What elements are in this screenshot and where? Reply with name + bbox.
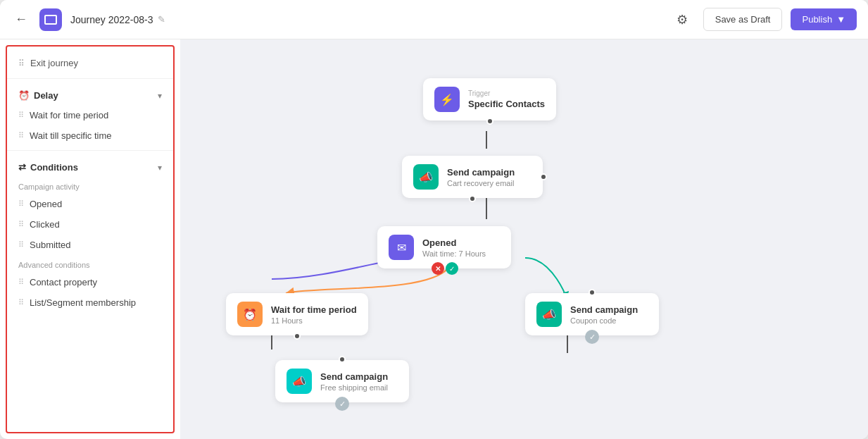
drag-icon-contact-prop: ⠿ bbox=[18, 278, 24, 287]
drag-icon-submitted: ⠿ bbox=[18, 240, 24, 249]
send-campaign-3-content: Send campaign Free shipping email bbox=[320, 371, 388, 392]
drag-icon-opened: ⠿ bbox=[18, 199, 24, 209]
trigger-label-small: Trigger bbox=[468, 89, 545, 97]
exit-journey-item[interactable]: ⠿ Exit journey bbox=[7, 52, 173, 74]
send-campaign-1-icon: 📣 bbox=[413, 164, 439, 190]
wait-period-content: Wait for time period 11 Hours bbox=[271, 304, 357, 325]
sidebar-item-opened[interactable]: ⠿ Opened bbox=[7, 194, 173, 214]
app-logo bbox=[39, 8, 62, 31]
send-campaign-3-subtitle: Free shipping email bbox=[320, 383, 388, 392]
send-campaign-1-subtitle: Cart recovery email bbox=[447, 179, 515, 187]
drag-icon-clicked: ⠿ bbox=[18, 220, 24, 229]
delay-title: ⏰ Delay bbox=[18, 90, 58, 101]
send-campaign-2-content: Send campaign Coupon code bbox=[570, 304, 638, 325]
opened-x-badge: ✕ bbox=[432, 262, 444, 275]
send-campaign-1-content: Send campaign Cart recovery email bbox=[447, 167, 515, 187]
journey-title: Journey 2022-08-3 ✎ bbox=[70, 14, 165, 25]
edit-title-icon[interactable]: ✎ bbox=[158, 14, 165, 25]
opened-icon: ✉ bbox=[389, 235, 414, 260]
send-campaign-1-title: Send campaign bbox=[447, 167, 515, 178]
journey-canvas[interactable]: ⚡ Trigger Specific Contacts 📣 Send campa… bbox=[180, 39, 868, 439]
sidebar-item-list-segment[interactable]: ⠿ List/Segment membership bbox=[7, 292, 173, 313]
header: ← Journey 2022-08-3 ✎ ⚙ Save as Draft Pu… bbox=[0, 0, 868, 39]
submitted-label: Submitted bbox=[30, 240, 71, 250]
opened-check-badge: ✓ bbox=[446, 262, 458, 275]
send-campaign-2-check: ✓ bbox=[585, 330, 599, 344]
clicked-label: Clicked bbox=[30, 219, 60, 230]
wait-time-label: Wait for time period bbox=[30, 110, 108, 120]
back-button[interactable]: ← bbox=[11, 10, 31, 30]
list-segment-label: List/Segment membership bbox=[30, 297, 136, 308]
send-campaign-2-subtitle: Coupon code bbox=[570, 316, 638, 325]
opened-node[interactable]: ✉ Opened Wait time: 7 Hours ✕ ✓ bbox=[377, 226, 511, 268]
exit-drag-icon: ⠿ bbox=[18, 58, 25, 68]
sidebar-item-contact-property[interactable]: ⠿ Contact property bbox=[7, 272, 173, 292]
opened-label: Opened bbox=[30, 199, 62, 209]
trigger-content: Trigger Specific Contacts bbox=[468, 89, 545, 109]
sidebar: ⠿ Exit journey ⏰ Delay ▾ ⠿ Wait for time… bbox=[6, 45, 175, 433]
sidebar-item-wait-specific[interactable]: ⠿ Wait till specific time bbox=[7, 125, 173, 146]
main-content: ⠿ Exit journey ⏰ Delay ▾ ⠿ Wait for time… bbox=[0, 39, 868, 439]
sidebar-divider-2 bbox=[7, 150, 173, 151]
send-campaign-1-node[interactable]: 📣 Send campaign Cart recovery email bbox=[402, 156, 543, 198]
send-campaign-3-node[interactable]: 📣 Send campaign Free shipping email ✓ bbox=[275, 360, 409, 402]
publish-label: Publish bbox=[802, 14, 832, 25]
trigger-title: Specific Contacts bbox=[468, 99, 545, 109]
wait-period-node[interactable]: ⏰ Wait for time period 11 Hours bbox=[226, 293, 368, 335]
wait-period-icon: ⏰ bbox=[237, 302, 263, 327]
trigger-bottom-dot bbox=[486, 118, 493, 125]
trigger-icon: ⚡ bbox=[434, 87, 460, 112]
drag-icon-list-segment: ⠿ bbox=[18, 298, 24, 307]
conditions-chevron-icon[interactable]: ▾ bbox=[158, 163, 162, 173]
campaign-activity-label: Campaign activity bbox=[7, 177, 173, 194]
send-campaign-2-icon: 📣 bbox=[536, 302, 562, 327]
send-campaign-2-top-dot bbox=[589, 289, 596, 296]
publish-chevron-icon: ▼ bbox=[836, 14, 845, 25]
send-campaign-3-title: Send campaign bbox=[320, 371, 388, 382]
save-draft-button[interactable]: Save as Draft bbox=[703, 8, 783, 31]
logo-mark bbox=[44, 15, 57, 25]
delay-icon: ⏰ bbox=[18, 90, 30, 101]
send-campaign-3-icon: 📣 bbox=[287, 369, 312, 394]
wait-period-title: Wait for time period bbox=[271, 304, 357, 315]
trigger-node[interactable]: ⚡ Trigger Specific Contacts bbox=[423, 78, 556, 120]
send-campaign-1-right-dot bbox=[540, 173, 547, 180]
conditions-title: ⇄ Conditions bbox=[18, 162, 78, 173]
opened-title: Opened bbox=[422, 237, 486, 248]
send-campaign-3-check: ✓ bbox=[335, 397, 349, 411]
drag-icon-wait-time: ⠿ bbox=[18, 111, 24, 120]
conditions-section-header: ⇄ Conditions ▾ bbox=[7, 155, 173, 177]
opened-subtitle: Wait time: 7 Hours bbox=[422, 249, 486, 258]
send-campaign-2-node[interactable]: 📣 Send campaign Coupon code ✓ bbox=[525, 293, 659, 335]
settings-icon[interactable]: ⚙ bbox=[669, 7, 695, 32]
title-text: Journey 2022-08-3 bbox=[70, 14, 153, 25]
wait-period-bottom-dot bbox=[294, 333, 301, 340]
send-campaign-2-title: Send campaign bbox=[570, 304, 638, 315]
conditions-icon: ⇄ bbox=[18, 162, 26, 173]
wait-period-subtitle: 11 Hours bbox=[271, 316, 357, 325]
sidebar-item-submitted[interactable]: ⠿ Submitted bbox=[7, 235, 173, 255]
delay-section-header: ⏰ Delay ▾ bbox=[7, 83, 173, 105]
exit-label: Exit journey bbox=[30, 58, 78, 68]
delay-label: Delay bbox=[34, 90, 58, 101]
sidebar-item-clicked[interactable]: ⠿ Clicked bbox=[7, 214, 173, 235]
sidebar-item-wait-time[interactable]: ⠿ Wait for time period bbox=[7, 105, 173, 125]
contact-property-label: Contact property bbox=[30, 277, 97, 287]
drag-icon-wait-specific: ⠿ bbox=[18, 131, 24, 140]
advanced-conditions-label: Advanced conditions bbox=[7, 255, 173, 272]
opened-content: Opened Wait time: 7 Hours bbox=[422, 237, 486, 258]
send-campaign-3-top-dot bbox=[339, 356, 346, 363]
sidebar-divider-1 bbox=[7, 78, 173, 79]
conditions-label: Conditions bbox=[30, 162, 78, 173]
wait-specific-label: Wait till specific time bbox=[30, 130, 112, 141]
app-container: ← Journey 2022-08-3 ✎ ⚙ Save as Draft Pu… bbox=[0, 0, 868, 439]
delay-chevron-icon[interactable]: ▾ bbox=[158, 91, 162, 101]
send-campaign-1-bottom-dot bbox=[469, 195, 476, 202]
publish-button[interactable]: Publish ▼ bbox=[791, 8, 857, 30]
